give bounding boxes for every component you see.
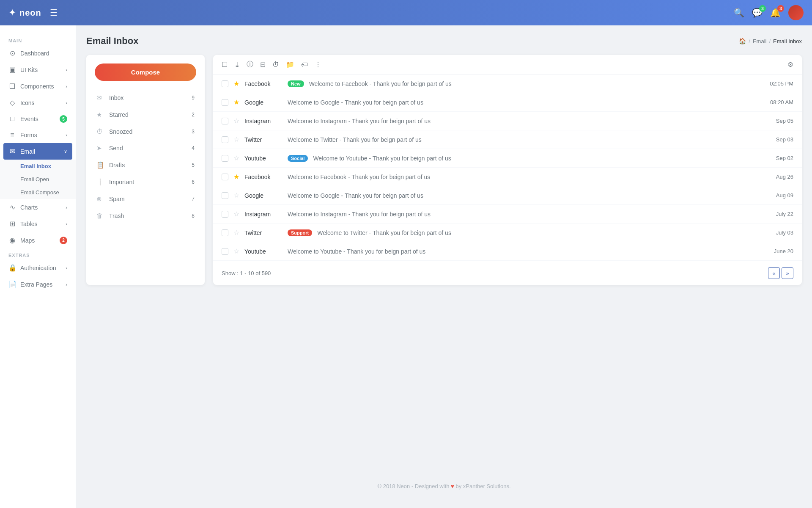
user-avatar[interactable] — [788, 5, 804, 20]
search-button[interactable]: 🔍 — [734, 8, 744, 18]
sidebar-item-events[interactable]: □ Events 5 — [0, 111, 76, 127]
star-button[interactable]: ☆ — [233, 154, 239, 162]
sidebar-item-charts[interactable]: ∿ Charts › — [0, 199, 76, 215]
email-subject: Welcome to Twitter - Thank you for beign… — [288, 136, 754, 143]
chevron-right-icon: › — [66, 100, 67, 105]
star-button[interactable]: ☆ — [233, 247, 239, 255]
star-button[interactable]: ☆ — [233, 135, 239, 144]
email-row[interactable]: ☆ Google Welcome to Google - Thank you f… — [213, 186, 802, 205]
email-row[interactable]: ☆ Youtube Welcome to Youtube - Thank you… — [213, 242, 802, 261]
email-checkbox[interactable] — [222, 229, 228, 236]
email-row[interactable]: ☆ Twitter Support Welcome to Twitter - T… — [213, 224, 802, 242]
sidebar-item-extra-pages[interactable]: 📄 Extra Pages › — [0, 276, 76, 293]
select-all-icon[interactable]: ☐ — [222, 61, 228, 69]
email-row[interactable]: ★ Google Welcome to Google - Thank you f… — [213, 93, 802, 112]
email-checkbox[interactable] — [222, 211, 228, 218]
sidebar-sub-email-compose[interactable]: Email Compose — [0, 186, 76, 199]
email-checkbox[interactable] — [222, 174, 228, 180]
sidebar: Main ⊙ Dashboard ▣ UI Kits › ❑ Component… — [0, 25, 76, 508]
email-nav-label: Trash — [109, 213, 187, 219]
sidebar-item-label: Components — [20, 83, 61, 90]
delete-icon[interactable]: ⊟ — [260, 61, 266, 69]
email-row[interactable]: ☆ Instagram Welcome to Instagram - Thank… — [213, 112, 802, 130]
sidebar-sub-email-open[interactable]: Email Open — [0, 173, 76, 186]
compose-button[interactable]: Compose — [95, 64, 196, 81]
more-icon[interactable]: ⋮ — [315, 61, 321, 69]
email-checkbox[interactable] — [222, 80, 228, 87]
email-nav-important[interactable]: ❕ Important 6 — [86, 174, 205, 190]
label-icon[interactable]: 🏷 — [301, 61, 308, 69]
email-checkbox[interactable] — [222, 99, 228, 106]
heart-icon: ♥ — [451, 483, 454, 489]
email-nav-starred[interactable]: ★ Starred 2 — [86, 106, 205, 123]
email-nav-trash[interactable]: 🗑 Trash 8 — [86, 207, 205, 224]
sidebar-item-label: Extra Pages — [20, 281, 61, 288]
star-button[interactable]: ☆ — [233, 117, 239, 125]
settings-icon[interactable]: ⚙ — [787, 61, 793, 69]
email-row[interactable]: ★ Facebook Welcome to Facebook - Thank y… — [213, 168, 802, 186]
prev-page-button[interactable]: « — [768, 267, 780, 279]
breadcrumb-email-link[interactable]: Email — [753, 38, 767, 44]
email-subject: Welcome to Facebook - Thank you for beig… — [309, 80, 754, 87]
tables-icon: ⊞ — [8, 220, 16, 228]
sidebar-item-icons[interactable]: ◇ Icons › — [0, 94, 76, 111]
email-checkbox[interactable] — [222, 155, 228, 162]
archive-icon[interactable]: ⤓ — [234, 61, 240, 69]
star-button[interactable]: ★ — [233, 80, 239, 88]
maps-badge: 2 — [60, 237, 67, 244]
email-submenu: Email Inbox Email Open Email Compose — [0, 160, 76, 199]
pages-icon: 📄 — [8, 280, 16, 288]
email-nav-send[interactable]: ➤ Send 4 — [86, 140, 205, 157]
events-icon: □ — [8, 115, 16, 123]
chevron-right-icon: › — [66, 67, 67, 72]
search-icon: 🔍 — [734, 8, 744, 17]
folder-icon[interactable]: 📁 — [286, 61, 294, 69]
email-checkbox[interactable] — [222, 248, 228, 255]
sidebar-item-tables[interactable]: ⊞ Tables › — [0, 215, 76, 232]
star-button[interactable]: ☆ — [233, 210, 239, 218]
email-nav-snoozed[interactable]: ⏱ Snoozed 3 — [86, 123, 205, 140]
info-icon[interactable]: ⓘ — [247, 60, 253, 69]
star-button[interactable]: ★ — [233, 173, 239, 181]
messages-button[interactable]: 💬 3 — [752, 8, 763, 18]
notifications-button[interactable]: 🔔 3 — [770, 8, 781, 18]
email-nav-inbox[interactable]: ✉ Inbox 9 — [86, 89, 205, 106]
sidebar-item-maps[interactable]: ◉ Maps 2 — [0, 232, 76, 248]
sidebar-item-uikits[interactable]: ▣ UI Kits › — [0, 61, 76, 78]
hamburger-menu[interactable]: ☰ — [50, 8, 58, 18]
next-page-button[interactable]: » — [782, 267, 793, 279]
email-row[interactable]: ☆ Youtube Social Welcome to Youtube - Th… — [213, 149, 802, 168]
sidebar-item-email[interactable]: ✉ Email ∨ — [3, 143, 72, 160]
important-count: 6 — [192, 179, 195, 185]
sidebar-item-authentication[interactable]: 🔒 Authenication › — [0, 260, 76, 276]
sidebar-item-forms[interactable]: ≡ Forms › — [0, 127, 76, 143]
email-nav-drafts[interactable]: 📋 Drafts 5 — [86, 157, 205, 174]
email-subject: Welcome to Youtube - Thank you for beign… — [313, 155, 754, 162]
sidebar-item-dashboard[interactable]: ⊙ Dashboard — [0, 45, 76, 61]
email-nav-spam[interactable]: ⊗ Spam 7 — [86, 190, 205, 207]
chevron-down-icon: ∨ — [64, 149, 67, 154]
email-checkbox[interactable] — [222, 192, 228, 199]
email-checkbox[interactable] — [222, 118, 228, 124]
email-row[interactable]: ☆ Twitter Welcome to Twitter - Thank you… — [213, 130, 802, 149]
email-subject: Welcome to Facebook - Thank you for beig… — [288, 174, 754, 180]
star-button[interactable]: ★ — [233, 98, 239, 106]
home-icon[interactable]: 🏠 — [739, 38, 746, 44]
sidebar-item-components[interactable]: ❑ Components › — [0, 78, 76, 94]
icons-icon: ◇ — [8, 99, 16, 107]
spam-count: 7 — [192, 196, 195, 202]
star-button[interactable]: ☆ — [233, 229, 239, 237]
snooze-icon[interactable]: ⏱ — [272, 61, 279, 69]
email-checkbox[interactable] — [222, 136, 228, 143]
email-row[interactable]: ★ Facebook New Welcome to Facebook - Tha… — [213, 75, 802, 93]
inbox-icon: ✉ — [96, 94, 104, 102]
star-button[interactable]: ☆ — [233, 191, 239, 199]
email-row[interactable]: ☆ Instagram Welcome to Instagram - Thank… — [213, 205, 802, 224]
sidebar-sub-email-inbox[interactable]: Email Inbox — [0, 160, 76, 173]
starred-icon: ★ — [96, 111, 104, 119]
email-time: Sep 02 — [760, 155, 793, 161]
logo[interactable]: ✦ neon — [8, 7, 41, 18]
email-sender: Facebook — [244, 80, 283, 87]
breadcrumb-sep-2: / — [769, 38, 771, 44]
email-subject: Welcome to Youtube - Thank you for beign… — [288, 248, 754, 255]
